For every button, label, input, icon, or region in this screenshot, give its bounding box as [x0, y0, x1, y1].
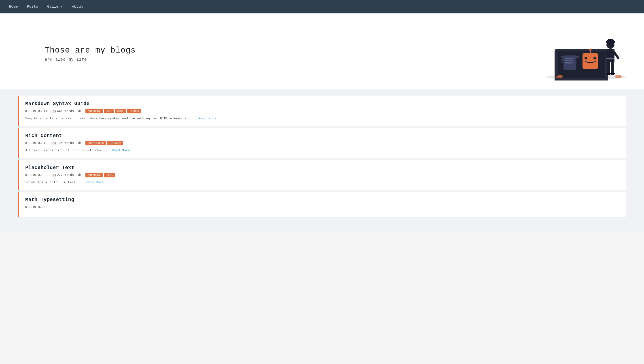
calendar-icon: ⊞	[25, 109, 28, 113]
nav-link-about[interactable]: About	[72, 5, 84, 9]
post-tag[interactable]: Markdown	[86, 109, 103, 113]
hero-text: Those are my blogs and also my life	[45, 46, 136, 62]
post-date-text: 2019-03-10	[28, 141, 48, 145]
posts-section: Markdown Syntax Guide⊞2019-03-11📖446 Wor…	[0, 90, 644, 232]
post-words-text: 277 Words	[57, 173, 74, 177]
post-title[interactable]: Math Typesetting	[25, 197, 620, 202]
svg-rect-21	[606, 58, 614, 59]
post-date-text: 2019-03-11	[28, 109, 48, 113]
svg-point-25	[610, 73, 615, 75]
svg-rect-13	[565, 60, 573, 61]
post-excerpt: Sample article showcasing basic Markdown…	[25, 116, 620, 122]
book-icon: 📖	[52, 109, 56, 113]
svg-rect-6	[582, 53, 598, 69]
post-words: 📖196 Words	[52, 141, 74, 145]
tag-icon: 🗓	[78, 141, 82, 145]
hero-illustration	[541, 27, 626, 80]
post-excerpt: A brief description of Hugo Shortcodes .…	[25, 148, 620, 154]
read-more-link[interactable]: Read More	[198, 117, 216, 120]
post-excerpt: Lorem Ipsum Dolor Si Amet ... Read More	[25, 180, 620, 185]
post-card: Rich Content⊞2019-03-10📖196 Words🗓Shortc…	[18, 128, 626, 158]
post-tag[interactable]: Privacy	[107, 141, 123, 145]
post-tag[interactable]: Css	[104, 109, 114, 113]
post-card: Markdown Syntax Guide⊞2019-03-11📖446 Wor…	[18, 96, 626, 126]
post-date-text: 2019-03-09	[28, 173, 48, 177]
hero-section: Those are my blogs and also my life	[0, 14, 644, 90]
tag-icon: 🗓	[78, 109, 82, 113]
calendar-icon: ⊞	[25, 141, 28, 145]
post-tag-icon: 🗓	[78, 141, 82, 145]
tag-icon: 🗓	[78, 173, 82, 177]
post-card: Placeholder Text⊞2019-03-09📖277 Words🗓Ma…	[18, 160, 626, 190]
book-icon: 📖	[52, 173, 56, 177]
post-title[interactable]: Markdown Syntax Guide	[25, 101, 620, 107]
post-words: 📖446 Words	[52, 109, 74, 113]
svg-rect-22	[607, 62, 610, 73]
post-card: Math Typesetting⊞2019-03-08	[18, 192, 626, 217]
svg-rect-15	[565, 64, 572, 64]
calendar-icon: ⊞	[25, 205, 28, 209]
post-tags: ShortcodesPrivacy	[86, 141, 123, 145]
post-meta: ⊞2019-03-11📖446 Words🗓MarkdownCssHtmlThe…	[25, 109, 620, 113]
svg-rect-11	[564, 56, 576, 70]
svg-point-30	[556, 76, 559, 78]
svg-line-27	[614, 52, 618, 58]
post-title[interactable]: Rich Content	[25, 133, 620, 138]
post-date: ⊞2019-03-08	[25, 205, 48, 209]
post-tags: MarkdownText	[86, 173, 115, 177]
svg-rect-20	[606, 49, 614, 62]
post-meta: ⊞2019-03-09📖277 Words🗓MarkdownText	[25, 173, 620, 177]
post-date: ⊞2019-03-11	[25, 109, 48, 113]
hero-subtitle: and also my life	[45, 57, 136, 62]
navbar: HomePostsGalleryAbout	[0, 0, 644, 14]
book-icon: 📖	[52, 141, 56, 145]
calendar-icon: ⊞	[25, 173, 28, 177]
post-date-text: 2019-03-08	[28, 205, 48, 209]
svg-point-19	[607, 39, 614, 42]
read-more-link[interactable]: Read More	[112, 149, 130, 152]
post-tag[interactable]: Markdown	[86, 173, 103, 177]
post-meta: ⊞2019-03-08	[25, 205, 620, 209]
post-tag-icon: 🗓	[78, 109, 82, 113]
post-tag[interactable]: Themes	[127, 109, 141, 113]
post-tag[interactable]: Text	[104, 173, 115, 177]
post-date: ⊞2019-03-10	[25, 141, 48, 145]
post-tag[interactable]: Html	[115, 109, 126, 113]
post-words-text: 196 Words	[57, 141, 74, 145]
nav-link-posts[interactable]: Posts	[27, 5, 38, 9]
post-date: ⊞2019-03-09	[25, 173, 48, 177]
svg-rect-23	[611, 62, 614, 73]
post-tag-icon: 🗓	[78, 173, 82, 177]
post-words-text: 446 Words	[57, 109, 74, 113]
svg-rect-14	[565, 62, 574, 62]
svg-point-10	[589, 48, 592, 51]
post-title[interactable]: Placeholder Text	[25, 165, 620, 170]
post-tags: MarkdownCssHtmlThemes	[86, 109, 141, 113]
hero-title: Those are my blogs	[45, 46, 136, 55]
svg-rect-12	[565, 58, 574, 59]
read-more-link[interactable]: Read More	[86, 181, 104, 184]
nav-link-gallery[interactable]: Gallery	[47, 5, 63, 9]
svg-point-7	[584, 57, 587, 60]
svg-point-29	[615, 75, 622, 78]
post-meta: ⊞2019-03-10📖196 Words🗓ShortcodesPrivacy	[25, 141, 620, 145]
nav-link-home[interactable]: Home	[9, 5, 18, 9]
post-words: 📖277 Words	[52, 173, 74, 177]
svg-point-24	[606, 73, 611, 75]
post-tag[interactable]: Shortcodes	[86, 141, 106, 145]
svg-point-8	[594, 57, 596, 60]
